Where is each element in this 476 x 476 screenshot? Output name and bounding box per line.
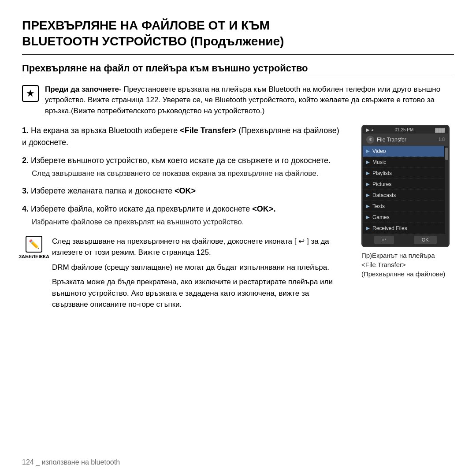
step-3: 3. Изберете желаната папка и докоснете <… (22, 185, 344, 197)
note-icon: ✏️ (26, 236, 42, 253)
list-item-texts[interactable]: ▶ Texts (363, 201, 444, 212)
list-item-datacasts[interactable]: ▶ Datacasts (363, 190, 444, 201)
step-2: 2. Изберете външното устройство, към кое… (22, 155, 344, 179)
note-box: ✏️ ЗАБЕЛЕЖКА След завършване на прехвърл… (22, 236, 344, 310)
steps-column: 1. На екрана за връзка Bluetooth изберет… (22, 125, 344, 310)
device-time: 01:25 PM (395, 127, 414, 132)
list-item-music[interactable]: ▶ Music (363, 157, 444, 168)
scrollbar[interactable] (445, 146, 448, 234)
folder-icon: ▶ (366, 182, 370, 186)
back-button[interactable]: ↩ (374, 236, 394, 244)
right-column: ▶ ◂ 01:25 PM ▓▓▓ ✱ File Transfer 1.8 ▶ V… (357, 125, 454, 310)
device-battery: ▓▓▓ (435, 127, 445, 132)
list-item-playlists[interactable]: ▶ Playlists (363, 168, 444, 179)
folder-icon: ▶ (366, 149, 370, 153)
bluetooth-icon: ✱ (366, 136, 374, 144)
star-icon: ★ (22, 85, 39, 102)
device-play-icon: ▶ ◂ (366, 127, 373, 132)
list-item-pictures[interactable]: ▶ Pictures (363, 179, 444, 190)
step-4-sub: Избраните файлове се прехвърлят на външн… (32, 217, 344, 228)
folder-icon: ▶ (366, 226, 370, 231)
list-item-games[interactable]: ▶ Games (363, 212, 444, 223)
device-mockup: ▶ ◂ 01:25 PM ▓▓▓ ✱ File Transfer 1.8 ▶ V… (361, 125, 450, 247)
scrollbar-thumb (445, 148, 448, 160)
folder-icon: ▶ (366, 171, 370, 175)
page-title: ПРЕХВЪРЛЯНЕ НА ФАЙЛОВЕ ОТ И КЪМ BLUETOOT… (22, 18, 454, 55)
ok-button[interactable]: OK (414, 236, 437, 244)
tip-content: Преди да започнете- Преустановете връзка… (45, 84, 454, 117)
folder-icon: ▶ (366, 204, 370, 208)
step-1: 1. На екрана за връзка Bluetooth изберет… (22, 125, 344, 149)
device-footer: ↩ OK (363, 234, 448, 246)
device-file-list: ▶ Video ▶ Music ▶ Playlists ▶ (363, 146, 448, 234)
folder-icon: ▶ (366, 160, 370, 164)
section-title: Прехвърляне на файл от плейъра към външн… (22, 63, 454, 76)
list-item-received-files[interactable]: ▶ Received Files (363, 223, 444, 234)
list-item-video[interactable]: ▶ Video (363, 146, 444, 157)
step-2-sub: След завършване на свързването се показв… (32, 168, 344, 179)
main-content: 1. На екрана за връзка Bluetooth изберет… (22, 125, 454, 310)
folder-icon: ▶ (366, 193, 370, 197)
device-header: ✱ File Transfer 1.8 (363, 134, 448, 146)
device-status-bar: ▶ ◂ 01:25 PM ▓▓▓ (363, 126, 448, 134)
step-4: 4. Изберете файла, който искате да прехв… (22, 203, 344, 228)
folder-icon: ▶ (366, 215, 370, 219)
tip-box: ★ Преди да започнете- Преустановете връз… (22, 84, 454, 117)
page-footer: 124 _ използване на bluetooth (22, 458, 120, 466)
device-caption: Пр)Екранът на плейъра <File Transfer> (П… (361, 251, 450, 279)
note-text: След завършване на прехвърлянето на файл… (52, 236, 344, 310)
